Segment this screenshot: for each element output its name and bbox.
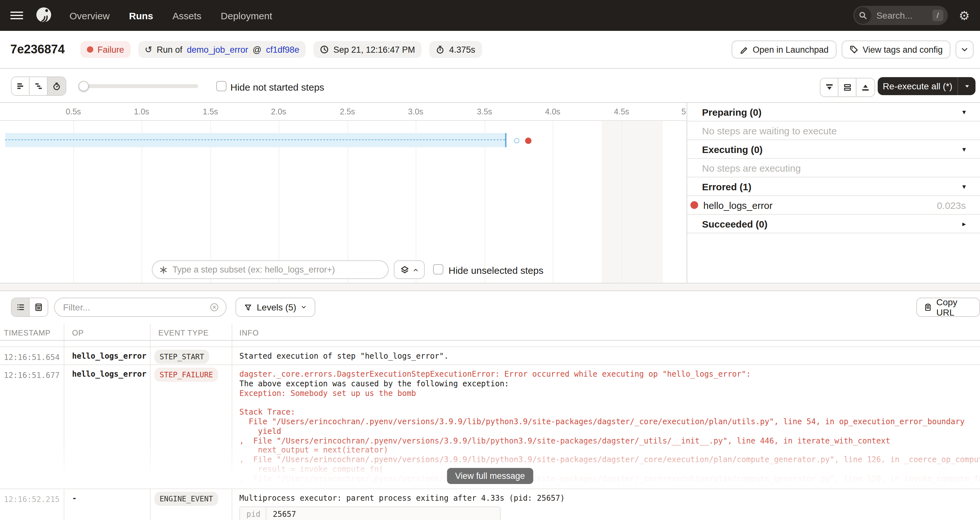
log-list-view-button[interactable] [11, 298, 30, 316]
clipboard-icon [924, 303, 932, 312]
duration-pill: 4.375s [429, 41, 482, 58]
log-row-step-start[interactable]: 12:16:51.654 hello_logs_error STEP_START… [0, 347, 980, 365]
axis-tick: 3.0s [408, 107, 423, 116]
log-toolbar: Filter... Levels (5) Copy URL [0, 291, 980, 324]
start-time-pill: Sep 21, 12:16:47 PM [313, 41, 422, 58]
metadata-key: pid [240, 507, 266, 520]
axis-tick: 4.5s [614, 107, 629, 116]
hide-not-started-label: Hide not started steps [231, 82, 324, 93]
pencil-icon [739, 45, 748, 54]
axis-border [0, 120, 687, 121]
column-header-op[interactable]: OP [64, 324, 151, 340]
view-waterfall-button[interactable] [30, 77, 48, 95]
axis-tick: 0.5s [66, 107, 81, 116]
column-header-info[interactable]: INFO [232, 324, 980, 340]
column-header-timestamp[interactable]: TIMESTAMP [0, 324, 64, 340]
log-info-text: Multiprocess executor: parent process ex… [239, 494, 980, 503]
job-link[interactable]: demo_job_error [187, 45, 248, 54]
gantt-chart: 0.5s 1.0s 1.5s 2.0s 2.5s 3.0s 3.5s 4.0s … [0, 103, 687, 283]
gantt-view-mode-group [11, 76, 66, 96]
zoom-slider-handle[interactable] [78, 81, 89, 91]
failure-dot-icon [86, 46, 93, 53]
snapshot-link[interactable]: cf1df98e [266, 45, 299, 54]
apply-selection-button[interactable] [394, 260, 425, 279]
errored-step-row[interactable]: hello_logs_error 0.023s [687, 196, 980, 215]
nav-item-assets[interactable]: Assets [172, 10, 201, 21]
clock-icon [320, 45, 329, 54]
panel-empty-message: No steps are executing [687, 159, 980, 178]
panel-down-icon [825, 83, 834, 92]
hamburger-menu-icon[interactable] [10, 11, 23, 19]
log-op-name: - [64, 489, 151, 520]
log-structured-view-button[interactable] [30, 298, 48, 316]
axis-tick: 4.0s [545, 107, 560, 116]
view-tags-config-button[interactable]: View tags and config [842, 41, 950, 59]
error-line: The above exception was caused by the fo… [239, 379, 980, 389]
collapse-panel-down-button[interactable] [821, 78, 838, 97]
structured-view-icon [34, 303, 43, 312]
column-header-event-type[interactable]: EVENT TYPE [151, 324, 232, 340]
caret-up-icon [412, 266, 418, 273]
chevron-expanded-icon: ▾ [962, 182, 966, 190]
top-nav: Overview Runs Assets Deployment Search..… [0, 0, 980, 31]
partial-row [0, 341, 980, 347]
dagster-run-page: Overview Runs Assets Deployment Search..… [0, 0, 980, 520]
split-rows-icon [843, 83, 852, 92]
axis-tick: 2.5s [340, 107, 355, 116]
log-filter-input[interactable]: Filter... [54, 298, 226, 317]
gantt-marker-circle [514, 138, 519, 143]
layers-icon [400, 265, 409, 274]
event-type-badge: STEP_FAILURE [154, 368, 218, 382]
panel-section-preparing[interactable]: Preparing (0)▾ [687, 103, 980, 122]
error-line: dagster._core.errors.DagsterExecutionSte… [239, 369, 980, 379]
chevron-collapsed-icon: ▸ [962, 219, 966, 228]
expand-panel-up-button[interactable] [856, 78, 875, 97]
hide-not-started-checkbox[interactable] [216, 81, 226, 91]
nav-item-overview[interactable]: Overview [70, 10, 110, 21]
chevron-down-icon [301, 304, 307, 311]
timer-view-icon [52, 82, 61, 90]
hide-unselected-checkbox[interactable] [433, 264, 443, 274]
panel-section-succeeded[interactable]: Succeeded (0)▸ [687, 215, 980, 233]
search-input[interactable]: Search... / [853, 6, 948, 25]
axis-tick: 1.5s [203, 107, 218, 116]
run-of-pill: ↺ Run of demo_job_error @ cf1df98e [138, 41, 306, 58]
panel-empty-message: No steps are waiting to execute [687, 122, 980, 140]
panel-section-errored[interactable]: Errored (1)▾ [687, 178, 980, 196]
chevron-expanded-icon: ▾ [962, 145, 966, 153]
copy-url-button[interactable]: Copy URL [916, 298, 980, 317]
dagster-logo[interactable] [34, 6, 53, 25]
log-view-mode-group [11, 298, 48, 317]
gantt-section: 0.5s 1.0s 1.5s 2.0s 2.5s 3.0s 3.5s 4.0s … [0, 103, 980, 283]
log-row-engine-event[interactable]: 12:16:52.215 - ENGINE_EVENT Multiprocess… [0, 489, 980, 519]
tag-icon [849, 45, 858, 54]
view-full-message-button[interactable]: View full message [447, 468, 533, 484]
error-message-block: dagster._core.errors.DagsterExecutionSte… [232, 365, 980, 489]
op-selector-icon [159, 265, 168, 274]
clear-filter-icon[interactable] [209, 302, 220, 312]
levels-filter-button[interactable]: Levels (5) [235, 298, 316, 317]
panel-section-executing[interactable]: Executing (0)▾ [687, 140, 980, 159]
page-title: 7e236874 [10, 43, 65, 57]
header-more-actions-button[interactable] [956, 41, 974, 59]
nav-item-deployment[interactable]: Deployment [221, 10, 272, 21]
re-execute-options-button[interactable] [958, 83, 975, 89]
gantt-toolbar: Hide not started steps Re-execute all (*… [0, 69, 980, 103]
zoom-slider-track[interactable] [84, 84, 198, 88]
flat-view-icon [16, 82, 25, 90]
open-in-launchpad-button[interactable]: Open in Launchpad [732, 41, 837, 59]
error-line: return fn(context, **args_to_pass) if co… [239, 484, 980, 489]
nav-item-runs[interactable]: Runs [129, 10, 153, 21]
gantt-step-bar[interactable] [5, 133, 506, 147]
view-timed-button[interactable] [48, 77, 66, 95]
error-line: result = invoke_compute_fn( [239, 465, 980, 474]
gear-icon[interactable]: ⚙ [959, 10, 970, 22]
view-flat-button[interactable] [11, 77, 30, 95]
step-subset-input[interactable]: Type a step subset (ex: hello_logs_error… [152, 260, 389, 279]
step-duration: 0.023s [937, 200, 966, 211]
split-panel-button[interactable] [838, 78, 856, 97]
chevron-down-icon [960, 45, 969, 54]
search-placeholder: Search... [877, 10, 912, 21]
re-execute-all-button[interactable]: Re-execute all (*) [878, 77, 975, 95]
gantt-highlight-band [601, 121, 663, 283]
